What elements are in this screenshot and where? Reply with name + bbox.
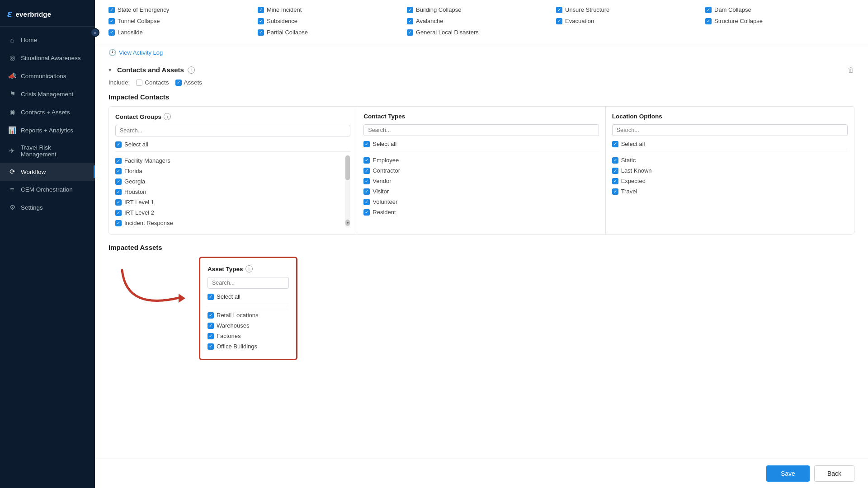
- list-item[interactable]: Travel: [612, 186, 848, 197]
- list-item[interactable]: Retail Locations: [208, 310, 289, 320]
- checkbox-checked[interactable]: [258, 29, 264, 36]
- select-all-checkbox[interactable]: [115, 141, 122, 148]
- item-label: Facility Managers: [124, 157, 170, 164]
- sidebar-item-cem-orchestration[interactable]: ≡CEM Orchestration: [0, 181, 95, 198]
- item-checkbox[interactable]: [115, 168, 122, 174]
- include-assets-option[interactable]: Assets: [175, 79, 203, 86]
- sidebar-item-communications[interactable]: 📣Communications: [0, 67, 95, 85]
- checkbox-checked[interactable]: [556, 18, 562, 24]
- list-item[interactable]: Office Buildings: [208, 341, 289, 352]
- contact-types-title: Contact Types: [363, 113, 599, 120]
- sidebar-collapse-button[interactable]: «: [90, 28, 99, 37]
- sidebar-item-home[interactable]: ⌂Home: [0, 31, 95, 49]
- sidebar-item-settings[interactable]: ⚙Settings: [0, 198, 95, 216]
- list-item[interactable]: Florida: [115, 166, 350, 176]
- item-checkbox[interactable]: [115, 220, 122, 226]
- asset-types-info-icon[interactable]: i: [245, 265, 253, 272]
- list-item[interactable]: Employee: [363, 155, 599, 165]
- list-item[interactable]: Contractor: [363, 165, 599, 176]
- list-item[interactable]: Last Known: [612, 165, 848, 176]
- trash-icon[interactable]: 🗑: [848, 66, 854, 74]
- checkbox-checked[interactable]: [407, 29, 413, 36]
- list-item[interactable]: Facility Managers: [115, 155, 350, 166]
- list-item[interactable]: IRT Level 1: [115, 197, 350, 207]
- item-checkbox[interactable]: [115, 189, 122, 195]
- item-checkbox[interactable]: [115, 199, 122, 206]
- checkbox-checked[interactable]: [407, 7, 413, 13]
- location-options-select-all-cb[interactable]: [612, 141, 618, 147]
- content-scroll[interactable]: State of EmergencyMine IncidentBuilding …: [95, 0, 868, 459]
- contacts-checkbox[interactable]: [136, 80, 142, 86]
- assets-checkbox[interactable]: [175, 80, 182, 86]
- item-checkbox[interactable]: [115, 210, 122, 216]
- contact-groups-info-icon[interactable]: i: [164, 113, 171, 120]
- list-item[interactable]: IRT Level 2: [115, 207, 350, 218]
- contact-types-search[interactable]: [363, 124, 599, 136]
- asset-types-search[interactable]: [208, 277, 289, 289]
- contact-types-select-all-cb[interactable]: [363, 141, 370, 147]
- list-item[interactable]: Expected: [612, 176, 848, 186]
- list-item[interactable]: Visitor: [363, 186, 599, 197]
- location-options-search[interactable]: [612, 124, 848, 136]
- nav-label-contacts-assets: Contacts + Assets: [21, 109, 70, 116]
- sidebar-item-workflow[interactable]: ⟳Workflow: [0, 163, 95, 181]
- item-checkbox[interactable]: [363, 168, 370, 174]
- item-checkbox[interactable]: [208, 312, 214, 319]
- checkbox-checked[interactable]: [705, 18, 712, 24]
- checkbox-checked[interactable]: [258, 7, 264, 13]
- item-checkbox[interactable]: [363, 199, 370, 205]
- contact-types-panel: Contact Types Select all EmployeeContrac…: [357, 107, 605, 234]
- item-checkbox[interactable]: [612, 157, 618, 164]
- checkbox-checked[interactable]: [705, 7, 712, 13]
- item-label: Incident Response: [124, 220, 173, 226]
- item-checkbox[interactable]: [115, 178, 122, 185]
- contact-types-select-all[interactable]: Select all: [363, 141, 599, 151]
- list-item[interactable]: Warehouses: [208, 320, 289, 331]
- checkbox-checked[interactable]: [108, 7, 115, 13]
- item-label: Houston: [124, 188, 146, 195]
- item-checkbox[interactable]: [612, 188, 618, 195]
- list-item[interactable]: Static: [612, 155, 848, 165]
- sidebar-item-travel-risk[interactable]: ✈Travel Risk Management: [0, 139, 95, 163]
- item-checkbox[interactable]: [612, 168, 618, 174]
- list-item[interactable]: Volunteer: [363, 197, 599, 207]
- top-section: State of EmergencyMine IncidentBuilding …: [95, 0, 868, 44]
- nav-icon-home: ⌂: [8, 36, 16, 44]
- item-checkbox[interactable]: [363, 178, 370, 184]
- list-item[interactable]: Vendor: [363, 176, 599, 186]
- collapse-icon[interactable]: ▾: [108, 66, 112, 73]
- sidebar-item-crisis-management[interactable]: ⚑Crisis Management: [0, 85, 95, 103]
- item-checkbox[interactable]: [363, 209, 370, 216]
- item-checkbox[interactable]: [363, 188, 370, 195]
- contact-groups-search[interactable]: [115, 125, 350, 136]
- item-checkbox[interactable]: [363, 157, 370, 164]
- location-options-select-all[interactable]: Select all: [612, 141, 848, 151]
- item-checkbox[interactable]: [208, 333, 214, 339]
- list-item[interactable]: Incident Response: [115, 218, 350, 228]
- sidebar-item-contacts-assets[interactable]: ◉Contacts + Assets: [0, 103, 95, 121]
- item-checkbox[interactable]: [612, 178, 618, 184]
- item-checkbox[interactable]: [208, 323, 214, 329]
- include-contacts-option[interactable]: Contacts: [136, 79, 169, 86]
- save-button[interactable]: Save: [766, 465, 810, 482]
- sidebar-item-reports-analytics[interactable]: 📊Reports + Analytics: [0, 121, 95, 139]
- list-item[interactable]: Houston: [115, 187, 350, 197]
- list-item[interactable]: Factories: [208, 331, 289, 341]
- sidebar-item-situational-awareness[interactable]: ◎Situational Awareness: [0, 49, 95, 67]
- item-checkbox[interactable]: [115, 158, 122, 164]
- list-item[interactable]: Georgia: [115, 176, 350, 187]
- checkbox-checked[interactable]: [556, 7, 562, 13]
- contact-groups-select-all[interactable]: Select all: [115, 141, 350, 152]
- checkbox-checked[interactable]: [108, 18, 115, 24]
- checkbox-checked[interactable]: [258, 18, 264, 24]
- activity-log-bar[interactable]: 🕐 View Activity Log: [95, 44, 868, 58]
- contacts-assets-info-icon[interactable]: i: [188, 66, 195, 74]
- asset-types-select-all-cb[interactable]: [208, 294, 214, 300]
- item-checkbox[interactable]: [208, 343, 214, 350]
- list-item[interactable]: Resident: [363, 207, 599, 217]
- checkbox-checked[interactable]: [407, 18, 413, 24]
- asset-types-select-all[interactable]: Select all: [208, 293, 289, 304]
- nav-label-settings: Settings: [21, 204, 43, 211]
- back-button[interactable]: Back: [814, 465, 854, 482]
- checkbox-checked[interactable]: [108, 29, 115, 36]
